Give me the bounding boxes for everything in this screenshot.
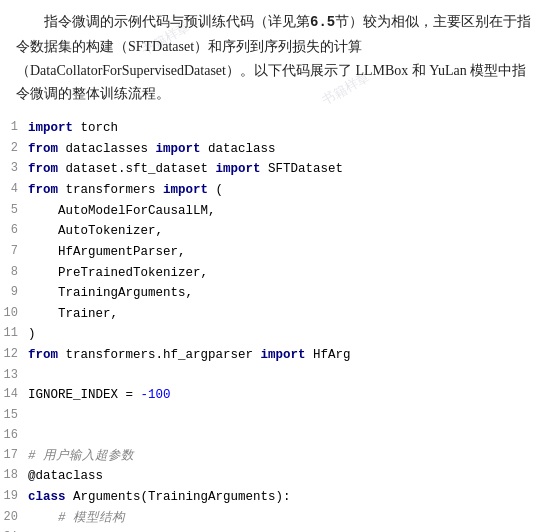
token-num: -100: [141, 388, 171, 402]
line-number: 1: [0, 118, 28, 138]
line-number: 19: [0, 487, 28, 507]
token-kw: from: [28, 162, 58, 176]
page-wrapper: 书籍样章 书籍样章 书籍样章 书籍样章 书籍样章 书籍样章 书籍样章 书籍样章 …: [0, 0, 553, 532]
line-content: ): [28, 324, 545, 345]
code-line: 9 TrainingArguments,: [0, 283, 553, 304]
token-plain: dataclasses: [58, 142, 156, 156]
code-line: 13: [0, 366, 553, 386]
code-line: 20 # 模型结构: [0, 508, 553, 529]
token-plain: @dataclass: [28, 469, 103, 483]
code-line: 14IGNORE_INDEX = -100: [0, 385, 553, 406]
code-line: 15: [0, 406, 553, 426]
token-plain: IGNORE_INDEX =: [28, 388, 141, 402]
line-number: 15: [0, 406, 28, 426]
line-number: 9: [0, 283, 28, 303]
line-number: 12: [0, 345, 28, 365]
line-content: HfArgumentParser,: [28, 242, 545, 263]
section-ref: 6.5: [310, 14, 335, 30]
paragraph-text: 指令微调的示例代码与预训练代码（详见第6.5节）较为相似，主要区别在于指令数据集…: [16, 14, 531, 101]
line-content: from dataclasses import dataclass: [28, 139, 545, 160]
token-plain: AutoModelForCausalLM,: [28, 204, 216, 218]
code-line: 19class Arguments(TrainingArguments):: [0, 487, 553, 508]
token-kw: from: [28, 142, 58, 156]
code-line: 5 AutoModelForCausalLM,: [0, 201, 553, 222]
line-content: model_name_or_path: str = HfArg(: [28, 528, 545, 532]
line-number: 18: [0, 466, 28, 486]
line-content: # 模型结构: [28, 508, 545, 529]
line-content: import torch: [28, 118, 545, 139]
code-line: 12from transformers.hf_argparser import …: [0, 345, 553, 366]
token-plain: dataset.sft_dataset: [58, 162, 216, 176]
code-line: 8 PreTrainedTokenizer,: [0, 263, 553, 284]
line-content: @dataclass: [28, 466, 545, 487]
line-number: 17: [0, 446, 28, 466]
line-content: from transformers.hf_argparser import Hf…: [28, 345, 545, 366]
code-line: 11): [0, 324, 553, 345]
token-plain: torch: [73, 121, 118, 135]
code-line: 18@dataclass: [0, 466, 553, 487]
token-plain: HfArgumentParser,: [28, 245, 186, 259]
token-plain: SFTDataset: [261, 162, 344, 176]
line-content: IGNORE_INDEX = -100: [28, 385, 545, 406]
line-number: 6: [0, 221, 28, 241]
line-number: 13: [0, 366, 28, 386]
line-number: 10: [0, 304, 28, 324]
token-kw: import: [163, 183, 208, 197]
code-line: 16: [0, 426, 553, 446]
line-number: 14: [0, 385, 28, 405]
line-content: TrainingArguments,: [28, 283, 545, 304]
line-number: 2: [0, 139, 28, 159]
token-kw: class: [28, 490, 66, 504]
token-plain: Arguments(TrainingArguments):: [66, 490, 291, 504]
token-kw: from: [28, 183, 58, 197]
code-line: 2from dataclasses import dataclass: [0, 139, 553, 160]
line-content: AutoModelForCausalLM,: [28, 201, 545, 222]
line-number: 4: [0, 180, 28, 200]
code-line: 3from dataset.sft_dataset import SFTData…: [0, 159, 553, 180]
token-plain: ): [28, 327, 36, 341]
token-plain: dataclass: [201, 142, 276, 156]
line-number: 3: [0, 159, 28, 179]
code-line: 10 Trainer,: [0, 304, 553, 325]
line-number: 21: [0, 528, 28, 532]
token-plain: Trainer,: [28, 307, 118, 321]
code-line: 7 HfArgumentParser,: [0, 242, 553, 263]
token-kw: import: [28, 121, 73, 135]
line-number: 16: [0, 426, 28, 446]
token-kw: import: [156, 142, 201, 156]
line-number: 8: [0, 263, 28, 283]
token-kw: from: [28, 348, 58, 362]
line-content: from dataset.sft_dataset import SFTDatas…: [28, 159, 545, 180]
line-content: PreTrainedTokenizer,: [28, 263, 545, 284]
code-line: 1import torch: [0, 118, 553, 139]
token-kw: import: [216, 162, 261, 176]
line-number: 7: [0, 242, 28, 262]
line-content: # 用户输入超参数: [28, 446, 545, 467]
line-content: class Arguments(TrainingArguments):: [28, 487, 545, 508]
token-comment: # 模型结构: [28, 511, 125, 525]
line-content: from transformers import (: [28, 180, 545, 201]
code-line: 21 model_name_or_path: str = HfArg(: [0, 528, 553, 532]
line-content: Trainer,: [28, 304, 545, 325]
token-plain: AutoTokenizer,: [28, 224, 163, 238]
intro-paragraph: 指令微调的示例代码与预训练代码（详见第6.5节）较为相似，主要区别在于指令数据集…: [0, 0, 553, 114]
token-plain: HfArg: [306, 348, 351, 362]
token-plain: transformers: [58, 183, 163, 197]
code-line: 6 AutoTokenizer,: [0, 221, 553, 242]
line-content: AutoTokenizer,: [28, 221, 545, 242]
token-plain: (: [208, 183, 223, 197]
token-comment: # 用户输入超参数: [28, 449, 134, 463]
token-plain: transformers.hf_argparser: [58, 348, 261, 362]
code-line: 17# 用户输入超参数: [0, 446, 553, 467]
code-line: 4from transformers import (: [0, 180, 553, 201]
code-block: 1import torch2from dataclasses import da…: [0, 114, 553, 532]
line-number: 11: [0, 324, 28, 344]
token-kw: import: [261, 348, 306, 362]
token-plain: PreTrainedTokenizer,: [28, 266, 208, 280]
line-number: 20: [0, 508, 28, 528]
line-number: 5: [0, 201, 28, 221]
token-plain: TrainingArguments,: [28, 286, 193, 300]
